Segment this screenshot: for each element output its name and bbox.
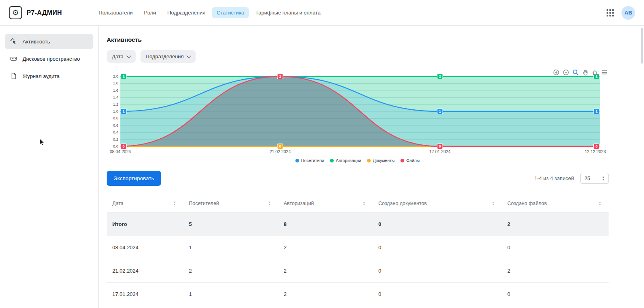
svg-text:0.8: 0.8: [113, 116, 118, 120]
filter-chip[interactable]: Подразделения: [140, 50, 196, 63]
activity-chart: 0.00.20.40.60.81.01.21.41.61.82.008.04.2…: [107, 72, 609, 163]
table-cell: 0: [373, 283, 502, 306]
svg-text:1: 1: [439, 110, 441, 114]
avatar[interactable]: АВ: [621, 6, 635, 20]
svg-text:1.6: 1.6: [113, 88, 118, 92]
table-cell: 08.04.2024: [107, 236, 183, 259]
sort-icon[interactable]: ▲▼: [599, 201, 601, 206]
chart-toolbar: [553, 69, 608, 76]
legend-dot: [367, 159, 371, 162]
sidebar-item-default[interactable]: Журнал аудита: [5, 68, 93, 84]
zoom-in-icon[interactable]: [553, 69, 559, 76]
brand: ⚙ Р7-АДМИН: [9, 6, 92, 19]
nav-item[interactable]: Роли: [140, 7, 161, 18]
apps-grid-icon[interactable]: [606, 9, 614, 17]
header-nav: ПользователиРолиПодразделенияСтатистикаТ…: [94, 7, 325, 18]
table-cell: 2: [183, 259, 278, 282]
table-row: 21.02.20242202: [107, 259, 609, 282]
reset-home-icon[interactable]: [592, 69, 598, 76]
column-header[interactable]: Создано файлов▲▼: [502, 201, 609, 206]
svg-text:1: 1: [595, 110, 597, 114]
legend-label: Посетители: [301, 158, 324, 163]
export-button[interactable]: Экспортировать: [107, 171, 161, 186]
legend-item[interactable]: Посетители: [295, 158, 324, 163]
sidebar-menu: АктивностьДисковое пространствоЖурнал ау…: [5, 34, 93, 84]
chart-legend: ПосетителиАвторизацииДокументыФайлы: [107, 158, 609, 163]
legend-item[interactable]: Файлы: [400, 158, 419, 163]
scrollbar-thumb[interactable]: [641, 28, 643, 64]
sort-down-glyph: ▼: [599, 203, 601, 206]
legend-label: Файлы: [406, 158, 419, 163]
svg-text:1.0: 1.0: [113, 109, 118, 113]
sidebar-item-active[interactable]: Активность: [5, 34, 93, 49]
svg-text:12.12.2023: 12.12.2023: [585, 149, 606, 154]
legend-item[interactable]: Документы: [367, 158, 394, 163]
pagination-text: 1-4 из 4 записей: [534, 175, 574, 181]
column-header-label: Посетителей: [189, 201, 219, 206]
zoom-out-icon[interactable]: [563, 69, 569, 76]
audit-log-icon: [10, 72, 17, 80]
filter-chip-label: Дата: [112, 53, 124, 60]
column-header[interactable]: Дата▲▼: [107, 201, 183, 206]
nav-item[interactable]: Пользователи: [94, 7, 137, 18]
sort-down-glyph: ▼: [492, 203, 495, 206]
svg-text:0: 0: [439, 145, 441, 149]
svg-text:1.2: 1.2: [113, 102, 118, 107]
table-cell: 2: [278, 259, 373, 282]
filters-row: ДатаПодразделения: [107, 50, 609, 63]
svg-text:1.8: 1.8: [113, 81, 118, 85]
table-row: 08.04.20241200: [107, 236, 609, 259]
header-right: АВ: [606, 6, 635, 20]
filter-chip[interactable]: Дата: [107, 50, 136, 63]
page-title: Активность: [107, 36, 609, 43]
svg-text:2.0: 2.0: [113, 74, 118, 78]
column-header-label: Авторизаций: [284, 201, 314, 206]
sort-icon[interactable]: ▲▼: [268, 201, 271, 206]
actions-row: Экспортировать 1-4 из 4 записей 25 ▲▼: [107, 171, 609, 186]
column-header[interactable]: Создано документов▲▼: [373, 201, 502, 206]
sort-icon[interactable]: ▲▼: [492, 201, 495, 206]
page-size-select[interactable]: 25 ▲▼: [580, 173, 609, 184]
menu-icon[interactable]: [601, 69, 608, 76]
header: ⚙ Р7-АДМИН ПользователиРолиПодразделения…: [0, 0, 644, 26]
sort-icon[interactable]: ▲▼: [363, 201, 365, 206]
svg-text:21.02.2024: 21.02.2024: [270, 149, 291, 154]
column-header[interactable]: Авторизаций▲▼: [278, 201, 373, 206]
sort-down-glyph: ▼: [173, 203, 176, 206]
chevron-down-icon: [187, 53, 191, 58]
sidebar-item-label: Дисковое пространство: [23, 56, 80, 62]
svg-text:1: 1: [123, 110, 125, 114]
logo-gear-icon: ⚙: [9, 6, 22, 19]
sidebar-item-default[interactable]: Дисковое пространство: [5, 51, 93, 66]
activity-click-icon: [10, 38, 17, 45]
column-header[interactable]: Посетителей▲▼: [183, 201, 278, 206]
svg-text:2: 2: [123, 75, 125, 79]
column-header-label: Создано документов: [378, 201, 427, 206]
sort-down-glyph: ▼: [268, 203, 271, 206]
table-cell: 8: [278, 213, 373, 236]
nav-item[interactable]: Подразделения: [163, 7, 210, 18]
table-cell: 17.01.2024: [107, 283, 183, 306]
svg-text:17.01.2024: 17.01.2024: [429, 149, 451, 154]
page-size-value: 25: [584, 175, 590, 181]
table-cell: 2: [278, 236, 373, 259]
table-cell: 21.02.2024: [107, 259, 183, 282]
nav-item[interactable]: Тарифные планы и оплата: [251, 7, 325, 18]
svg-text:0: 0: [279, 145, 281, 149]
table-cell: 2: [502, 213, 609, 236]
sort-icon[interactable]: ▲▼: [173, 201, 176, 206]
sidebar: АктивностьДисковое пространствоЖурнал ау…: [0, 26, 99, 308]
svg-text:0.4: 0.4: [113, 130, 118, 134]
table-cell: 1: [183, 236, 278, 259]
nav-item[interactable]: Статистика: [212, 7, 248, 18]
legend-dot: [400, 159, 404, 162]
table-cell: 0: [373, 236, 502, 259]
filter-chip-label: Подразделения: [146, 53, 184, 60]
table-cell: 0: [502, 236, 609, 259]
table-cell: Итого: [107, 213, 183, 236]
legend-item[interactable]: Авторизации: [330, 158, 361, 163]
svg-text:0.6: 0.6: [113, 123, 118, 127]
chart-canvas[interactable]: 0.00.20.40.60.81.01.21.41.61.82.008.04.2…: [107, 72, 609, 157]
pan-icon[interactable]: [582, 69, 588, 76]
zoom-select-icon[interactable]: [572, 69, 579, 76]
